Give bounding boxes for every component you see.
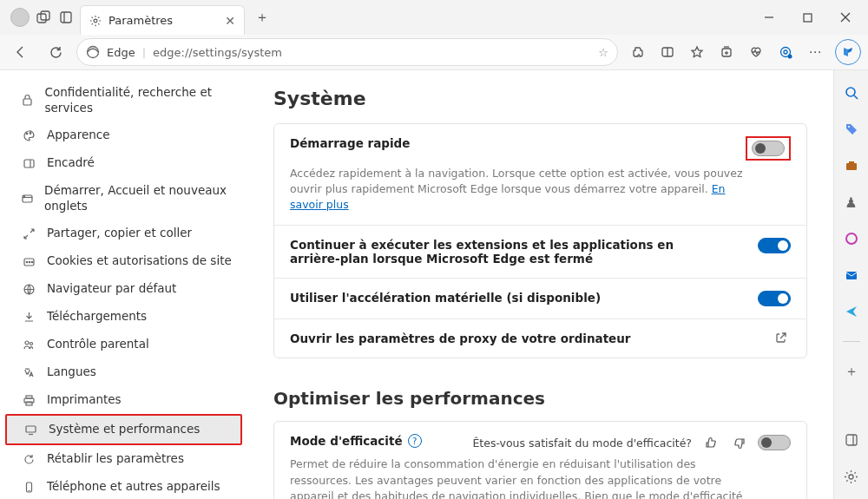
- sidebar-item-reset[interactable]: Rétablir les paramètres: [5, 445, 242, 473]
- svg-point-30: [31, 261, 32, 262]
- more-icon[interactable]: ⋯: [802, 39, 828, 65]
- sidebar-item-label: Confidentialité, recherche et services: [45, 85, 233, 115]
- svg-point-16: [784, 50, 787, 54]
- sidebar-item-cookies[interactable]: Cookies et autorisations de site: [5, 247, 242, 275]
- sidebar-item-appearance[interactable]: Apparence: [5, 121, 242, 149]
- workspaces-icon[interactable]: [35, 9, 52, 26]
- svg-point-45: [848, 126, 850, 128]
- window-buttons: [750, 0, 865, 35]
- vertical-tabs-icon[interactable]: [57, 9, 75, 26]
- health-icon[interactable]: [743, 39, 769, 65]
- sidebar-item-phone[interactable]: Téléphone et autres appareils: [5, 473, 242, 499]
- sidebar-item-default-browser[interactable]: Navigateur par défaut: [5, 275, 242, 303]
- external-link-icon: [775, 332, 791, 344]
- svg-point-29: [29, 261, 30, 262]
- thumbs-down-icon[interactable]: [730, 434, 747, 451]
- profile-avatar[interactable]: [10, 8, 30, 27]
- extensions-icon[interactable]: [625, 39, 651, 65]
- titlebar-left: [3, 8, 75, 27]
- svg-point-28: [26, 261, 27, 262]
- collections-icon[interactable]: [713, 39, 740, 65]
- settings-gear-icon[interactable]: [841, 466, 862, 487]
- share-icon: [21, 226, 36, 241]
- split-screen-icon[interactable]: [654, 39, 681, 65]
- sidebar-item-label: Apparence: [47, 128, 110, 143]
- bg-extensions-toggle[interactable]: [758, 238, 791, 253]
- sidebar-item-label: Rétablir les paramètres: [47, 451, 184, 467]
- efficiency-toggle[interactable]: [758, 435, 791, 450]
- add-sidebar-icon[interactable]: ＋: [841, 361, 862, 382]
- shopping-tag-icon[interactable]: [841, 119, 862, 140]
- sidebar-item-label: Partager, copier et coller: [47, 226, 192, 241]
- sidebar-item-share[interactable]: Partager, copier et coller: [5, 220, 242, 247]
- svg-line-44: [854, 95, 858, 99]
- tools-icon[interactable]: [841, 155, 862, 176]
- performance-panel: Mode d'efficacité ? Êtes-vous satisfait …: [273, 421, 807, 499]
- sidebar-item-languages[interactable]: Langues: [5, 358, 242, 386]
- copilot-icon[interactable]: [835, 39, 861, 65]
- sidebar-item-printers[interactable]: Imprimantes: [5, 386, 242, 414]
- performance-icon[interactable]: [773, 39, 799, 65]
- browser-window: Paramètres ✕ ＋ Edge: [0, 0, 868, 499]
- settings-main: Système Démarrage rapide Accédez rapidem…: [247, 70, 833, 499]
- sidebar-item-label: Téléphone et autres appareils: [47, 479, 220, 495]
- hw-accel-toggle[interactable]: [758, 291, 791, 306]
- system-panel: Démarrage rapide Accédez rapidement à la…: [273, 123, 807, 358]
- bg-extensions-row: Continuer à exécuter les extensions et l…: [274, 226, 806, 279]
- sidebar-item-system[interactable]: Système et performances: [5, 414, 242, 445]
- proxy-row[interactable]: Ouvrir les paramètres de proxy de votre …: [274, 319, 806, 358]
- settings-icon: [89, 15, 102, 27]
- sidebar-item-start[interactable]: Démarrer, Accueil et nouveaux onglets: [5, 177, 242, 220]
- sidebar-item-family[interactable]: Contrôle parental: [5, 331, 242, 358]
- sidebar-item-downloads[interactable]: Téléchargements: [5, 303, 242, 331]
- lock-icon: [21, 93, 35, 108]
- info-icon[interactable]: ?: [408, 434, 422, 448]
- close-window-button[interactable]: [826, 0, 865, 35]
- search-icon[interactable]: [841, 82, 862, 103]
- close-tab-icon[interactable]: ✕: [225, 14, 235, 28]
- quick-start-title: Démarrage rapide: [290, 136, 410, 150]
- appearance-icon: [21, 128, 36, 143]
- svg-rect-6: [804, 14, 812, 22]
- address-url: edge://settings/system: [153, 46, 282, 59]
- outlook-icon[interactable]: [841, 265, 862, 286]
- edge-icon: [86, 45, 100, 59]
- efficiency-question: Êtes-vous satisfait du mode d'efficacité…: [472, 437, 692, 450]
- browser-tab[interactable]: Paramètres ✕: [80, 5, 245, 35]
- back-button[interactable]: [7, 38, 35, 66]
- sidebar-item-sidebar[interactable]: Encadré: [5, 149, 242, 177]
- right-sidebar: ♟ ＋: [833, 70, 868, 499]
- system-icon: [23, 422, 38, 437]
- svg-point-33: [30, 342, 32, 345]
- titlebar: Paramètres ✕ ＋: [0, 0, 868, 35]
- sidebar-item-label: Système et performances: [49, 422, 200, 437]
- svg-rect-47: [849, 161, 854, 163]
- sidebar-item-label: Contrôle parental: [47, 337, 149, 352]
- send-icon[interactable]: [841, 301, 862, 322]
- reset-icon: [21, 451, 36, 467]
- customize-sidebar-icon[interactable]: [841, 430, 862, 450]
- games-icon[interactable]: ♟: [841, 192, 862, 213]
- favorite-star-icon[interactable]: ☆: [598, 46, 608, 59]
- svg-point-4: [94, 19, 97, 23]
- svg-rect-37: [26, 426, 36, 432]
- address-bar[interactable]: Edge | edge://settings/system ☆: [76, 38, 618, 66]
- office-icon[interactable]: [841, 228, 862, 249]
- thumbs-up-icon[interactable]: [702, 434, 720, 451]
- refresh-button[interactable]: [42, 38, 69, 66]
- svg-point-32: [25, 341, 29, 345]
- new-tab-button[interactable]: ＋: [250, 5, 274, 30]
- favorites-icon[interactable]: [684, 39, 710, 65]
- quick-start-row: Démarrage rapide Accédez rapidement à la…: [274, 124, 806, 226]
- toolbar: Edge | edge://settings/system ☆: [0, 35, 868, 69]
- svg-rect-19: [23, 99, 31, 105]
- bg-extensions-title: Continuer à exécuter les extensions et l…: [290, 238, 698, 266]
- svg-point-26: [24, 196, 25, 197]
- quick-start-toggle[interactable]: [752, 141, 785, 156]
- sidebar-item-privacy[interactable]: Confidentialité, recherche et services: [5, 79, 242, 121]
- minimize-button[interactable]: [750, 0, 788, 35]
- settings-sidebar: Confidentialité, recherche et services A…: [0, 70, 247, 499]
- maximize-button[interactable]: [788, 0, 826, 35]
- efficiency-title: Mode d'efficacité: [290, 434, 403, 448]
- address-brand: Edge: [107, 46, 135, 59]
